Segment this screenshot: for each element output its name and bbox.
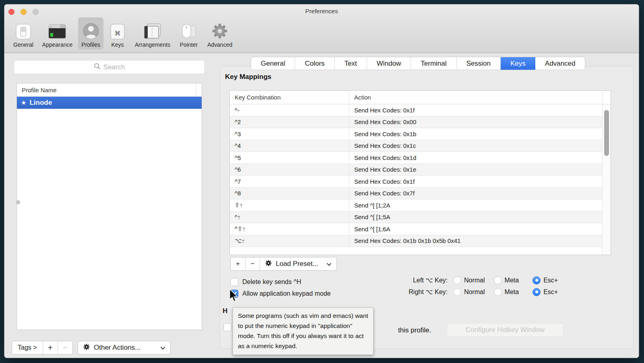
right-option-key-radio-meta[interactable]	[494, 288, 502, 296]
tab-advanced[interactable]: Advanced	[535, 57, 585, 70]
tab-text[interactable]: Text	[335, 57, 367, 70]
toolbar-item-profiles[interactable]: Profiles	[78, 17, 103, 50]
load-preset-label: Load Preset...	[276, 260, 323, 268]
delete-key-sends-row: Delete key sends ^H	[230, 278, 301, 286]
key-mapping-row[interactable]: ^↑Send ^[ [1;5A	[230, 212, 602, 224]
tab-keys[interactable]: Keys	[501, 57, 535, 70]
pointer-icon	[179, 19, 198, 40]
toolbar: General×AppearanceProfiles⌘KeysArrangeme…	[10, 17, 235, 50]
key-mapping-row[interactable]: ^4Send Hex Codes: 0x1c	[230, 140, 602, 152]
action-cell: Send Hex Codes: 0x00	[349, 116, 602, 128]
key-mapping-row[interactable]: ^3Send Hex Codes: 0x1b	[230, 128, 602, 140]
search-input[interactable]: Search	[14, 60, 205, 74]
key-mapping-row[interactable]: ^5Send Hex Codes: 0x1d	[230, 152, 602, 164]
cursor-pointer	[229, 289, 239, 304]
key-combination-cell: ^-	[230, 104, 349, 116]
toolbar-item-label: General	[13, 41, 33, 48]
key-mapping-row[interactable]: ^7Send Hex Codes: 0x1f	[230, 176, 602, 188]
key-mapping-row[interactable]: ^-Send Hex Codes: 0x1f	[230, 104, 602, 116]
key-mapping-row[interactable]: ⇧↑Send ^[ [1;2A	[230, 199, 602, 212]
remove-profile-button[interactable]: −	[58, 341, 72, 354]
key-combination-cell: ^2	[230, 116, 349, 128]
add-profile-button[interactable]: +	[43, 341, 58, 354]
tab-general[interactable]: General	[251, 57, 295, 70]
column-header-action[interactable]: Action	[349, 91, 602, 104]
key-combination-cell: ^↑	[230, 212, 349, 223]
tab-colors[interactable]: Colors	[295, 57, 334, 70]
right-option-key-row: Right ⌥ Key:NormalMetaEsc+	[383, 286, 558, 298]
toolbar-item-label: Keys	[111, 41, 124, 48]
toolbar-item-general[interactable]: General	[10, 17, 37, 50]
add-key-mapping-button[interactable]: +	[231, 257, 246, 270]
toolbar-item-advanced[interactable]: Advanced	[204, 17, 235, 50]
table-scrollbar[interactable]	[602, 104, 611, 255]
toolbar-item-label: Arrangements	[135, 41, 170, 48]
action-cell: Send Hex Codes: 0x1d	[349, 152, 602, 164]
other-actions-label: Other Actions...	[94, 344, 157, 352]
remove-key-mapping-button[interactable]: −	[246, 257, 260, 270]
key-combination-cell: ⌥↑	[230, 235, 349, 247]
action-cell: Send Hex Codes: 0x1f	[349, 104, 602, 116]
key-combination-cell: ^8	[230, 188, 349, 199]
table-scrollbar-thumb[interactable]	[604, 110, 609, 156]
key-mappings-table-header: Key Combination Action	[230, 91, 611, 104]
right-option-key-radio-esc-[interactable]	[533, 288, 541, 296]
key-combination-cell: ^4	[230, 140, 349, 152]
action-cell: Send Hex Codes: 0x1f	[349, 176, 602, 187]
left-option-key-radio-normal[interactable]	[453, 276, 461, 284]
window-title: Preferences	[4, 8, 639, 15]
toolbar-item-keys[interactable]: ⌘Keys	[106, 17, 129, 50]
action-cell: Send Hex Codes: 0x1b	[349, 128, 602, 140]
key-mapping-row[interactable]: ^8Send Hex Codes: 0x7f	[230, 188, 602, 200]
toolbar-item-label: Appearance	[42, 41, 73, 48]
hotkey-heading-partial: H	[223, 307, 227, 315]
option-key-settings: Left ⌥ Key:NormalMetaEsc+Right ⌥ Key:Nor…	[383, 274, 558, 298]
advanced-icon	[211, 19, 229, 40]
svg-text:×: ×	[50, 25, 52, 29]
search-placeholder: Search	[103, 63, 125, 71]
action-cell: Send ^[ [1;5A	[349, 212, 602, 223]
left-option-key-option-label: Esc+	[543, 277, 558, 284]
gear-icon	[83, 343, 90, 353]
svg-text:⌘: ⌘	[115, 30, 121, 37]
delete-key-sends-checkbox[interactable]	[230, 278, 238, 286]
action-cell: Send Hex Codes: 0x7f	[349, 188, 602, 199]
key-mapping-row[interactable]: ^2Send Hex Codes: 0x00	[230, 116, 602, 129]
toolbar-item-appearance[interactable]: ×Appearance	[39, 17, 76, 50]
keys-icon: ⌘	[109, 19, 126, 40]
tags-button[interactable]: Tags >	[12, 341, 43, 354]
tooltip: Some programs (such as vim and emacs) wa…	[233, 307, 374, 355]
key-combination-cell: ^5	[230, 152, 349, 164]
toolbar-item-arrangements[interactable]: Arrangements	[132, 17, 173, 50]
chevron-down-icon	[326, 260, 332, 268]
action-cell: Send Hex Codes: 0x1b 0x1b 0x5b 0x41	[349, 235, 602, 247]
key-mapping-row[interactable]: ⌥↑Send Hex Codes: 0x1b 0x1b 0x5b 0x41	[230, 235, 602, 247]
left-option-key-radio-meta[interactable]	[494, 276, 502, 284]
profile-row-linode[interactable]: ★Linode	[17, 97, 202, 109]
left-option-key-option-label: Normal	[464, 277, 485, 284]
column-header-key-combination[interactable]: Key Combination	[230, 91, 349, 104]
tab-window[interactable]: Window	[367, 57, 411, 70]
key-mapping-row[interactable]: ^6Send Hex Codes: 0x1e	[230, 164, 602, 176]
configure-hotkey-window-button[interactable]: Configure Hotkey Window	[447, 323, 564, 337]
key-mapping-row[interactable]: ^⇧↑Send ^[ [1;6A	[230, 223, 602, 235]
profile-settings-pane: Key Mappings Key Combination Action ^-Se…	[220, 66, 634, 349]
other-actions-dropdown[interactable]: Other Actions...	[78, 341, 171, 355]
profiles-icon	[82, 19, 100, 40]
right-option-key-label: Right ⌥ Key:	[383, 288, 448, 296]
load-preset-dropdown[interactable]: Load Preset...	[260, 257, 336, 270]
key-mapping-buttons: + − Load Preset...	[230, 257, 337, 271]
key-combination-cell: ^⇧↑	[230, 223, 349, 235]
left-option-key-radio-esc-[interactable]	[533, 276, 541, 284]
right-option-key-radio-normal[interactable]	[453, 288, 461, 296]
splitter-handle[interactable]	[16, 200, 20, 204]
tab-terminal[interactable]: Terminal	[411, 57, 456, 70]
toolbar-item-pointer[interactable]: Pointer	[176, 17, 202, 50]
action-cell: Send ^[ [1;6A	[349, 223, 602, 235]
toolbar-item-label: Profiles	[81, 41, 100, 48]
profile-list-column-header[interactable]: Profile Name	[17, 83, 202, 97]
profile-buttons-group: Tags > + −	[12, 341, 73, 355]
tab-session[interactable]: Session	[457, 57, 501, 70]
keypad-mode-label: Allow application keypad mode	[242, 290, 331, 297]
hotkey-checkbox[interactable]	[223, 323, 231, 331]
